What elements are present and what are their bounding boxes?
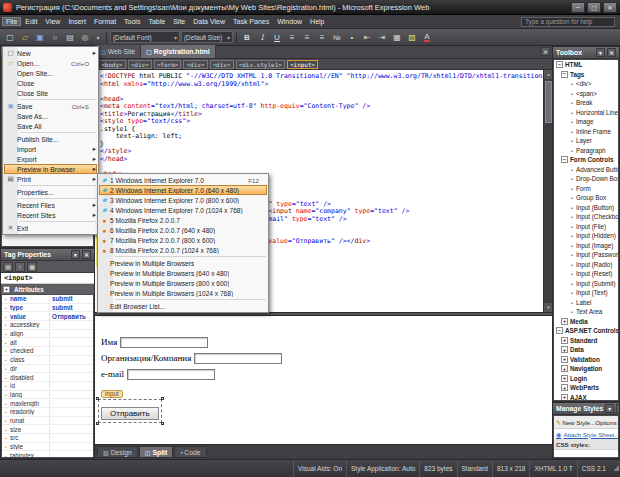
attributes-section-header[interactable]: Attributes	[1, 284, 94, 294]
code-line[interactable]	[95, 162, 543, 170]
highlight-icon[interactable]	[405, 31, 419, 44]
expander-icon[interactable]	[561, 365, 568, 372]
toolbox-row[interactable]: Group Box	[554, 193, 618, 203]
toolbox-row[interactable]: Input (Radio)	[554, 260, 618, 270]
toolbox-row[interactable]: Login	[554, 374, 618, 384]
toolbox-row[interactable]: Advanced Button	[554, 165, 618, 175]
scroll-up-icon[interactable]	[544, 70, 552, 79]
indent-icon[interactable]	[375, 31, 389, 44]
menubar-item[interactable]: Edit	[21, 17, 41, 26]
attribute-row[interactable]: checked	[2, 347, 93, 356]
font-size-combo[interactable]: (Default Size)	[181, 31, 233, 43]
code-line[interactable]: }	[95, 140, 543, 148]
menu-item[interactable]: Export	[4, 154, 97, 164]
submenu-item[interactable]: Preview in Multiple Browsers	[99, 258, 267, 268]
view-tab[interactable]: Code	[174, 446, 206, 458]
code-line[interactable]: text-align: left;	[95, 132, 543, 140]
attribute-value[interactable]: Отправить	[50, 313, 93, 320]
attribute-row[interactable]: name submit	[2, 295, 93, 304]
attribute-row[interactable]: align	[2, 330, 93, 339]
outdent-icon[interactable]	[360, 31, 374, 44]
expander-icon[interactable]	[561, 337, 568, 344]
code-line[interactable]: <head>	[95, 95, 543, 103]
attribute-row[interactable]: tabindex	[2, 451, 93, 457]
toolbox-row[interactable]: Horizontal Line	[554, 108, 618, 118]
expander-icon[interactable]	[561, 384, 568, 391]
tag-breadcrumb-item[interactable]: <div.style1>	[236, 60, 285, 69]
menu-item[interactable]: Close Site	[4, 88, 97, 98]
toolbox-row[interactable]: <div>	[554, 79, 618, 89]
menu-item[interactable]: Open... Ctrl+O	[4, 58, 97, 68]
close-icon[interactable]	[541, 47, 550, 56]
save-icon[interactable]	[33, 31, 47, 44]
selection-handle[interactable]	[96, 422, 99, 425]
menubar-item[interactable]: Window	[273, 17, 306, 26]
view-tab[interactable]: Split	[139, 446, 173, 458]
align-right-icon[interactable]	[315, 31, 329, 44]
scrollbar-thumb[interactable]	[545, 81, 552, 123]
menu-item[interactable]: Exit	[4, 223, 97, 233]
attribute-row[interactable]: accesskey	[2, 321, 93, 330]
expander-icon[interactable]	[561, 356, 568, 363]
form-text-input[interactable]	[127, 369, 215, 380]
align-center-icon[interactable]	[300, 31, 314, 44]
find-icon[interactable]	[48, 31, 62, 44]
font-color-icon[interactable]	[420, 31, 434, 44]
menubar-item[interactable]: Format	[90, 17, 120, 26]
design-submit-button[interactable]: Отправить	[101, 407, 159, 420]
menubar-item[interactable]: Data View	[189, 17, 229, 26]
toolbox-row[interactable]: Input (Hidden)	[554, 231, 618, 241]
attribute-row[interactable]: readonly	[2, 408, 93, 417]
attribute-value[interactable]: submit	[50, 295, 93, 302]
attribute-value[interactable]: submit	[50, 304, 93, 311]
submenu-item[interactable]: Preview in Multiple Browsers (640 x 480)	[99, 268, 267, 278]
tag-breadcrumb-item[interactable]: <body>	[98, 60, 126, 69]
menu-item[interactable]: Save Ctrl+S	[4, 101, 97, 111]
attribute-row[interactable]: id	[2, 382, 93, 391]
toolbox-row[interactable]: Media	[554, 317, 618, 327]
close-icon[interactable]	[82, 250, 91, 259]
selection-handle[interactable]	[161, 422, 164, 425]
selected-tag-badge[interactable]: input	[101, 390, 123, 398]
toolbox-row[interactable]: WebParts	[554, 383, 618, 393]
toolbox-row[interactable]: Tags	[554, 70, 618, 80]
code-line[interactable]: <meta content="text/html; charset=utf-8"…	[95, 102, 543, 110]
attribute-row[interactable]: value Отправить	[2, 312, 93, 321]
menubar-item[interactable]: View	[41, 17, 64, 26]
menubar-item[interactable]: Insert	[64, 17, 90, 26]
code-scrollbar[interactable]	[543, 70, 552, 312]
tag-breadcrumb-item[interactable]: <div>	[210, 60, 234, 69]
attribute-row[interactable]: runat	[2, 417, 93, 426]
menubar-item[interactable]: Table	[144, 17, 169, 26]
toolbox-row[interactable]: Inline Frame	[554, 127, 618, 137]
code-line[interactable]: .style1 {	[95, 125, 543, 133]
code-line[interactable]: </style>	[95, 147, 543, 155]
toolbox-row[interactable]: Input (Reset)	[554, 269, 618, 279]
submenu-item[interactable]: Edit Browser List...	[99, 301, 267, 311]
set-properties-icon[interactable]	[27, 262, 37, 272]
submenu-item[interactable]: 5 Mozilla Firefox 2.0.0.7	[99, 215, 267, 225]
attach-style-sheet-link[interactable]: Attach Style Sheet...	[554, 429, 618, 440]
toolbox-row[interactable]: <span>	[554, 89, 618, 99]
tag-breadcrumb-item[interactable]: <div>	[128, 60, 152, 69]
attribute-row[interactable]: src	[2, 434, 93, 443]
attribute-row[interactable]: disabled	[2, 373, 93, 382]
expander-icon[interactable]	[561, 318, 568, 325]
attribute-row[interactable]: alt	[2, 338, 93, 347]
attribute-row[interactable]: size	[2, 425, 93, 434]
attribute-row[interactable]: class	[2, 356, 93, 365]
new-dropdown-arrow-icon[interactable]	[93, 31, 103, 44]
form-text-input[interactable]	[194, 353, 282, 364]
toolbox-row[interactable]: Form	[554, 184, 618, 194]
submenu-item[interactable]: 1 Windows Internet Explorer 7.0 F12	[99, 175, 267, 185]
menu-item[interactable]: Save As...	[4, 111, 97, 121]
tag-breadcrumb-item[interactable]: <div>	[183, 60, 207, 69]
italic-icon[interactable]	[255, 31, 269, 44]
toolbox-row[interactable]: Input (File)	[554, 222, 618, 232]
close-icon[interactable]	[607, 48, 616, 57]
alphabetical-icon[interactable]	[15, 262, 25, 272]
tag-breadcrumb-item[interactable]: <form>	[154, 60, 182, 69]
toolbox-row[interactable]: Navigation	[554, 364, 618, 374]
toolbox-row[interactable]: Input (Submit)	[554, 279, 618, 289]
submenu-item[interactable]: Preview in Multiple Browsers (1024 x 768…	[99, 288, 267, 298]
